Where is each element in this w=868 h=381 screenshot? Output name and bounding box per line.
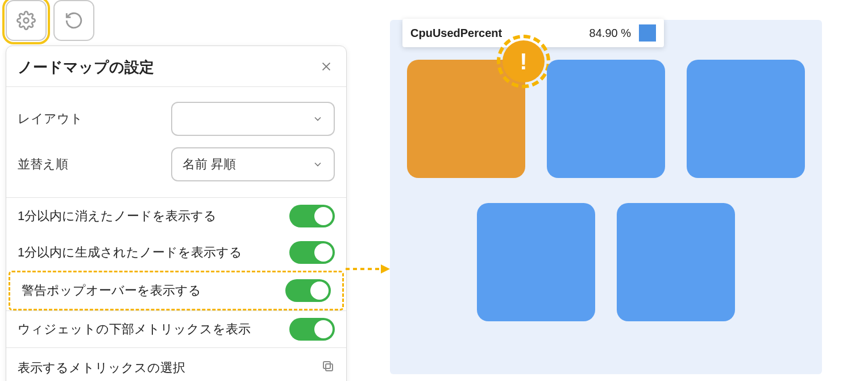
svg-point-0 xyxy=(24,18,29,23)
toggle-label: 1分以内に生成されたノードを表示する xyxy=(18,244,242,261)
toggle-row-warning-popover: 警告ポップオーバーを表示する xyxy=(9,271,344,310)
refresh-button[interactable] xyxy=(53,0,94,41)
toggle-row-bottom-metrics: ウィジェットの下部メトリックスを表示 xyxy=(6,311,346,347)
metric-select-icon[interactable] xyxy=(321,359,335,376)
sort-select-value: 名前 昇順 xyxy=(182,156,236,173)
metric-select-row[interactable]: 表示するメトリックスの選択 xyxy=(6,347,346,381)
layout-row: レイアウト xyxy=(18,96,335,142)
node[interactable] xyxy=(547,60,665,178)
toggle-created[interactable] xyxy=(289,241,335,264)
settings-button[interactable] xyxy=(6,0,47,41)
refresh-icon xyxy=(64,11,84,30)
copy-icon xyxy=(321,359,335,373)
toggle-list: 1分以内に消えたノードを表示する 1分以内に生成されたノードを表示する 警告ポッ… xyxy=(6,198,346,347)
svg-rect-3 xyxy=(326,364,333,371)
panel-title: ノードマップの設定 xyxy=(18,57,154,77)
node[interactable] xyxy=(617,203,735,321)
alert-badge[interactable]: ! xyxy=(502,40,545,82)
node-row: ! xyxy=(407,60,805,178)
gear-icon xyxy=(16,11,36,30)
toggle-label: 1分以内に消えたノードを表示する xyxy=(18,208,217,225)
node[interactable] xyxy=(687,60,805,178)
sort-select[interactable]: 名前 昇順 xyxy=(171,147,335,181)
svg-rect-4 xyxy=(323,362,330,368)
metric-select-label: 表示するメトリックスの選択 xyxy=(18,359,185,376)
close-button[interactable] xyxy=(320,60,333,75)
node-row xyxy=(477,203,735,321)
node[interactable] xyxy=(477,203,595,321)
close-icon xyxy=(320,60,333,73)
toggle-label: ウィジェットの下部メトリックスを表示 xyxy=(18,321,251,338)
chevron-down-icon xyxy=(312,159,323,170)
node-grid: ! xyxy=(406,20,806,321)
panel-header: ノードマップの設定 xyxy=(6,46,346,87)
chevron-down-icon xyxy=(312,113,323,125)
alert-icon: ! xyxy=(520,49,527,74)
layout-select[interactable] xyxy=(171,102,335,136)
toggle-label: 警告ポップオーバーを表示する xyxy=(22,282,201,299)
toggle-bottom-metrics[interactable] xyxy=(289,318,335,341)
svg-marker-6 xyxy=(381,264,390,274)
toggle-warning-popover[interactable] xyxy=(285,279,331,302)
layout-label: レイアウト xyxy=(18,110,160,127)
sort-label: 並替え順 xyxy=(18,156,160,173)
settings-panel: ノードマップの設定 レイアウト 並替え順 名前 昇順 xyxy=(6,45,347,381)
toggle-row-created: 1分以内に生成されたノードを表示する xyxy=(6,234,346,271)
node-map: CpuUsedPercent 84.90 % ! xyxy=(390,20,822,374)
toggle-disappeared[interactable] xyxy=(289,205,335,227)
pointer-arrow xyxy=(346,263,390,275)
toggle-row-disappeared: 1分以内に消えたノードを表示する xyxy=(6,198,346,234)
form-section: レイアウト 並替え順 名前 昇順 xyxy=(6,87,346,198)
sort-row: 並替え順 名前 昇順 xyxy=(18,142,335,187)
toolbar xyxy=(6,0,347,45)
node-warn[interactable]: ! xyxy=(407,60,525,178)
